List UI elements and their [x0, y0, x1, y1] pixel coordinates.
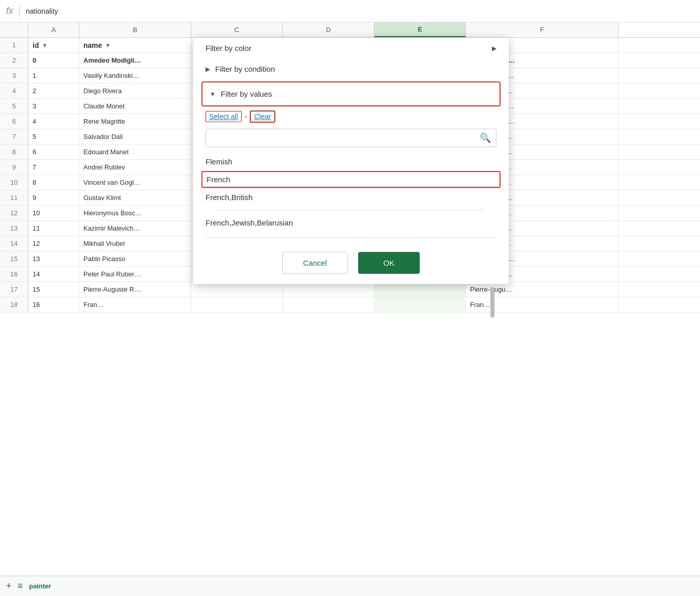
cell-18-b: Fran… — [79, 297, 191, 312]
cell-9-b: Andrei Rublev — [79, 160, 191, 175]
filter-by-values-header[interactable]: ▼ Filter by values — [202, 84, 500, 103]
cell-3-a: 1 — [28, 68, 79, 83]
cancel-button[interactable]: Cancel — [282, 252, 348, 274]
cell-17-e — [374, 282, 466, 297]
cell-17-c — [191, 282, 283, 297]
search-icon: 🔍 — [480, 132, 491, 144]
cell-17-a: 15 — [28, 282, 79, 297]
row-num-13: 13 — [0, 221, 28, 236]
cell-11-a: 9 — [28, 190, 79, 205]
cell-2-a: 0 — [28, 53, 79, 68]
col-header-b[interactable]: B — [79, 22, 191, 37]
cell-1-b: name ▼ — [79, 38, 191, 52]
row-num-10: 10 — [0, 175, 28, 190]
row-num-7: 7 — [0, 129, 28, 144]
cell-5-a: 3 — [28, 99, 79, 113]
col-header-d[interactable]: D — [283, 22, 374, 37]
separator-line — [218, 210, 484, 210]
cell-2-b: Amedeo Modigli… — [79, 53, 191, 68]
cell-10-b: Vincent van Gogl… — [79, 175, 191, 190]
formula-content: nationality — [26, 7, 58, 15]
col-header-e[interactable]: E — [374, 22, 466, 37]
cell-18-a: 16 — [28, 297, 79, 312]
row-num-8: 8 — [0, 145, 28, 159]
select-all-link[interactable]: Select all — [206, 111, 242, 122]
cell-17-b: Pierre-Auguste R… — [79, 282, 191, 297]
row-num-5: 5 — [0, 99, 28, 113]
cell-16-a: 14 — [28, 267, 79, 281]
ok-button[interactable]: OK — [358, 252, 420, 274]
row-num-17: 17 — [0, 282, 28, 297]
values-list: Flemish French French,British French,Jew… — [193, 153, 509, 231]
cell-7-b: Salvador Dali — [79, 129, 191, 144]
table-row: 17 15 Pierre-Auguste R… Pierre-Augu… — [0, 282, 700, 297]
formula-divider — [19, 5, 20, 17]
cell-12-a: 10 — [28, 206, 79, 220]
cell-17-d — [283, 282, 374, 297]
filter-icon-b[interactable]: ▼ — [105, 42, 111, 48]
cell-15-a: 13 — [28, 251, 79, 266]
bottom-bar: + ≡ painter — [0, 576, 700, 596]
row-num-1: 1 — [0, 38, 28, 52]
cell-15-b: Pablo Picasso — [79, 251, 191, 266]
row-num-9: 9 — [0, 160, 28, 175]
filter-by-condition-label: Filter by condition — [215, 65, 275, 73]
cell-9-a: 7 — [28, 160, 79, 175]
cell-4-a: 2 — [28, 83, 79, 98]
cell-17-f: Pierre-Augu… — [466, 282, 619, 297]
cell-6-b: Rene Magritte — [79, 114, 191, 129]
cell-16-b: Peter Paul Ruber… — [79, 267, 191, 281]
value-item-french[interactable]: French — [201, 171, 501, 188]
action-buttons: Cancel OK — [193, 244, 509, 274]
cell-14-a: 12 — [28, 236, 79, 251]
col-header-c[interactable]: C — [191, 22, 283, 37]
cell-13-b: Kazimir Malevich… — [79, 221, 191, 236]
condition-arrow-icon: ▶ — [206, 66, 210, 73]
row-num-2: 2 — [0, 53, 28, 68]
row-num-16: 16 — [0, 267, 28, 281]
search-input[interactable] — [211, 134, 480, 142]
row-num-11: 11 — [0, 190, 28, 205]
filter-by-condition-item[interactable]: ▶ Filter by condition — [193, 59, 509, 79]
cell-13-a: 11 — [28, 221, 79, 236]
clear-link[interactable]: Clear — [250, 110, 275, 123]
cell-18-f: Fran… — [466, 297, 619, 312]
cell-18-d — [283, 297, 374, 312]
dash-separator: - — [245, 112, 247, 121]
sheet-tab-painter[interactable]: painter — [29, 582, 51, 590]
value-item-flemish[interactable]: Flemish — [206, 153, 497, 170]
cell-1-a: id ▼ — [28, 38, 79, 52]
row-num-3: 3 — [0, 68, 28, 83]
cell-6-a: 4 — [28, 114, 79, 129]
cell-18-e — [374, 297, 466, 312]
cell-4-b: Diego Rivera — [79, 83, 191, 98]
row-num-12: 12 — [0, 206, 28, 220]
value-item-french-british[interactable]: French,British — [206, 189, 497, 206]
cell-3-b: Vasiliy Kandinski… — [79, 68, 191, 83]
filter-by-color-label: Filter by color — [206, 44, 251, 52]
filter-icon-a[interactable]: ▼ — [42, 42, 47, 48]
add-sheet-button[interactable]: + — [6, 581, 12, 591]
row-num-18: 18 — [0, 297, 28, 312]
filter-dropdown: Filter by color ▶ ▶ Filter by condition … — [193, 38, 509, 284]
fx-label: fx — [6, 6, 13, 16]
value-item-french-jewish[interactable]: French,Jewish,Belarusian — [206, 214, 497, 231]
row-num-15: 15 — [0, 251, 28, 266]
col-header-f[interactable]: F — [466, 22, 619, 37]
filter-by-color-item[interactable]: Filter by color ▶ — [193, 38, 509, 59]
arrow-right-icon: ▶ — [492, 45, 497, 52]
scrollbar-thumb[interactable] — [490, 287, 494, 318]
cell-5-b: Claude Monet — [79, 99, 191, 113]
values-arrow-icon: ▼ — [210, 91, 216, 98]
sheet-menu-button[interactable]: ≡ — [18, 581, 23, 591]
filter-by-values-section: ▼ Filter by values — [201, 81, 501, 106]
row-num-header — [0, 22, 28, 37]
formula-bar: fx nationality — [0, 0, 700, 22]
cell-14-b: Mikhail Vrubel — [79, 236, 191, 251]
col-header-a[interactable]: A — [28, 22, 79, 37]
cell-11-b: Gustav Klimt — [79, 190, 191, 205]
search-box-container: 🔍 — [206, 129, 497, 147]
cell-7-a: 5 — [28, 129, 79, 144]
cell-18-c — [191, 297, 283, 312]
cell-10-a: 8 — [28, 175, 79, 190]
